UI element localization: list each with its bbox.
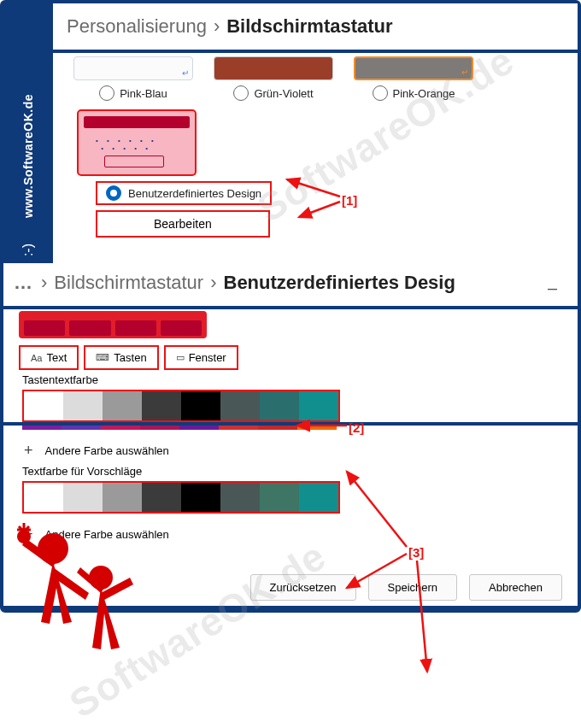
tab-label: Fenster xyxy=(189,351,226,364)
color-swatch[interactable] xyxy=(260,391,299,420)
breadcrumb: Personalisierung › Bildschirmtastatur xyxy=(53,3,578,50)
color-swatch[interactable] xyxy=(260,483,299,512)
color-swatch[interactable] xyxy=(62,426,101,430)
choose-label: Andere Farbe auswählen xyxy=(45,528,169,541)
theme-pink-blue[interactable]: ↵ Pink-Blau xyxy=(73,56,193,101)
color-swatch-row xyxy=(22,481,340,514)
keyboard-preview xyxy=(19,311,207,338)
reset-button[interactable]: Zurücksetzen xyxy=(250,574,356,601)
color-swatch[interactable] xyxy=(297,426,337,430)
color-swatch[interactable] xyxy=(24,391,63,420)
dialog-buttons: Zurücksetzen Speichern Abbrechen xyxy=(3,549,578,606)
radio-checked-icon[interactable] xyxy=(106,185,121,201)
tab-window[interactable]: ▭Fenster xyxy=(164,345,238,370)
color-swatch[interactable] xyxy=(220,483,260,512)
chevron-right-icon: › xyxy=(41,272,47,294)
radio-icon[interactable] xyxy=(373,85,388,101)
breadcrumb-parent[interactable]: Bildschirmtastatur xyxy=(54,272,203,294)
color-swatch[interactable] xyxy=(142,391,181,420)
sidebar: www.SoftwareOK.de :-) xyxy=(3,3,53,263)
color-swatch[interactable] xyxy=(24,483,63,512)
theme-label: Benutzerdefiniertes Design xyxy=(128,187,261,200)
color-swatch[interactable] xyxy=(220,391,260,420)
theme-label: Pink-Blau xyxy=(120,87,167,100)
divider xyxy=(3,306,578,309)
enter-icon: ↵ xyxy=(461,68,468,77)
breadcrumb: … › Bildschirmtastatur › Benutzerdefinie… xyxy=(3,260,578,306)
color-swatch[interactable] xyxy=(63,483,103,512)
window-icon: ▭ xyxy=(176,352,185,363)
theme-green-violet[interactable]: Grün-Violett xyxy=(214,56,333,101)
section-keytextcolor: Tastentextfarbe xyxy=(22,373,578,386)
sidebar-url[interactable]: www.SoftwareOK.de xyxy=(21,94,35,218)
plus-icon: + xyxy=(24,442,33,460)
choose-other-color[interactable]: + Andere Farbe auswählen xyxy=(24,525,578,543)
enter-icon: ↵ xyxy=(182,68,189,78)
breadcrumb-current: Benutzerdefiniertes Desig xyxy=(224,272,455,294)
chevron-right-icon: › xyxy=(214,15,220,38)
color-swatch[interactable] xyxy=(181,391,220,420)
choose-label: Andere Farbe auswählen xyxy=(45,444,169,457)
breadcrumb-parent[interactable]: Personalisierung xyxy=(67,15,207,38)
theme-custom-radio[interactable]: Benutzerdefiniertes Design xyxy=(96,181,272,205)
annotation-2: [2] xyxy=(349,420,364,435)
annotation-3: [3] xyxy=(408,545,424,560)
color-swatch[interactable] xyxy=(181,483,220,512)
color-swatch[interactable] xyxy=(103,483,142,512)
theme-pink-orange[interactable]: ↵ Pink-Orange xyxy=(354,56,473,101)
plus-icon: + xyxy=(24,525,33,543)
color-swatch[interactable] xyxy=(258,426,297,430)
radio-icon[interactable] xyxy=(233,85,249,101)
color-swatch[interactable] xyxy=(219,426,258,430)
ellipsis-icon[interactable]: … xyxy=(14,272,34,294)
color-swatch[interactable] xyxy=(299,391,338,420)
theme-thumbnail: ↵ xyxy=(73,56,193,80)
color-swatch[interactable] xyxy=(179,426,219,430)
color-swatch[interactable] xyxy=(103,391,142,420)
theme-thumbnail: ↵ xyxy=(354,56,473,80)
color-swatch[interactable] xyxy=(22,426,62,430)
color-swatch-row xyxy=(22,390,340,422)
chevron-right-icon: › xyxy=(210,272,216,294)
theme-label: Pink-Orange xyxy=(393,87,455,100)
edit-button[interactable]: Bearbeiten xyxy=(96,210,270,238)
color-swatch[interactable] xyxy=(101,426,140,430)
minimize-icon[interactable]: – xyxy=(548,279,557,298)
choose-other-color[interactable]: + Andere Farbe auswählen xyxy=(24,442,578,460)
cancel-button[interactable]: Abbrechen xyxy=(469,574,562,601)
edit-button-label: Bearbeiten xyxy=(128,217,238,231)
text-icon: Aa xyxy=(31,353,42,363)
radio-icon[interactable] xyxy=(99,85,114,101)
breadcrumb-current: Bildschirmtastatur xyxy=(226,15,392,38)
tab-label: Tasten xyxy=(114,351,146,364)
theme-label: Grün-Violett xyxy=(254,87,313,100)
divider xyxy=(3,606,578,609)
save-button[interactable]: Speichern xyxy=(368,574,458,601)
color-swatch[interactable] xyxy=(140,426,179,430)
theme-custom-thumbnail[interactable]: • • • • • • • • • • • xyxy=(77,109,197,176)
settings-panel-custom-design: … › Bildschirmtastatur › Benutzerdefinie… xyxy=(3,260,578,609)
tab-text[interactable]: AaText xyxy=(19,345,79,370)
color-swatch[interactable] xyxy=(63,391,103,420)
sidebar-smile: :-) xyxy=(21,244,36,256)
keyboard-icon: ⌨ xyxy=(96,352,109,363)
section-suggestcolor: Textfarbe für Vorschläge xyxy=(22,465,578,478)
tab-keys[interactable]: ⌨Tasten xyxy=(84,345,158,370)
design-tabs: AaText ⌨Tasten ▭Fenster xyxy=(19,345,578,370)
color-stripe xyxy=(22,426,337,430)
annotation-1: [1] xyxy=(342,193,357,208)
color-swatch[interactable] xyxy=(299,483,338,512)
settings-panel-themes: Personalisierung › Bildschirmtastatur ↵ … xyxy=(53,3,578,250)
theme-thumbnail xyxy=(214,56,333,80)
tab-label: Text xyxy=(46,351,67,364)
color-swatch[interactable] xyxy=(142,483,181,512)
